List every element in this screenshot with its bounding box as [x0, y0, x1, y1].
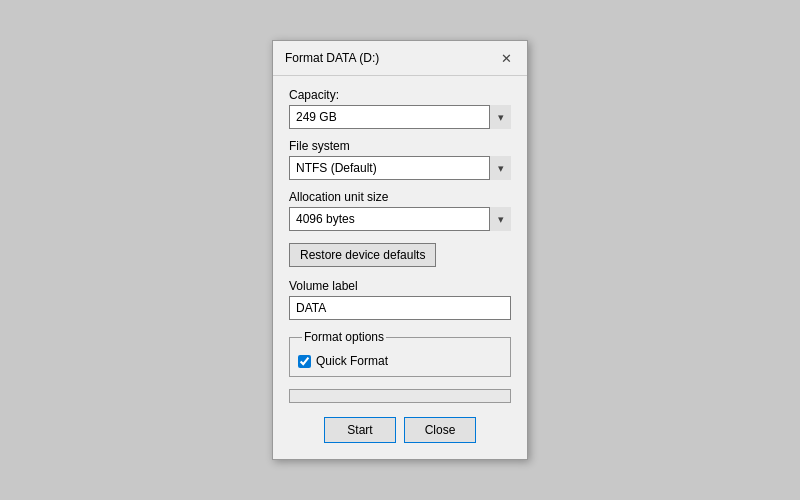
capacity-select-wrapper: 249 GB: [289, 105, 511, 129]
close-button[interactable]: Close: [404, 417, 476, 443]
format-options-group: Format options Quick Format: [289, 330, 511, 377]
close-icon-button[interactable]: ✕: [497, 49, 515, 67]
allocation-select[interactable]: 4096 bytes: [289, 207, 511, 231]
restore-defaults-button[interactable]: Restore device defaults: [289, 243, 436, 267]
title-bar: Format DATA (D:) ✕: [273, 41, 527, 76]
allocation-select-wrapper: 4096 bytes: [289, 207, 511, 231]
start-button[interactable]: Start: [324, 417, 396, 443]
quick-format-label[interactable]: Quick Format: [316, 354, 388, 368]
filesystem-select[interactable]: NTFS (Default): [289, 156, 511, 180]
filesystem-select-wrapper: NTFS (Default): [289, 156, 511, 180]
progress-bar-container: [289, 389, 511, 403]
filesystem-label: File system: [289, 139, 511, 153]
format-dialog: Format DATA (D:) ✕ Capacity: 249 GB File…: [272, 40, 528, 460]
quick-format-checkbox[interactable]: [298, 355, 311, 368]
dialog-body: Capacity: 249 GB File system NTFS (Defau…: [273, 76, 527, 459]
allocation-label: Allocation unit size: [289, 190, 511, 204]
format-options-legend: Format options: [302, 330, 386, 344]
close-icon: ✕: [501, 52, 512, 65]
volume-label-label: Volume label: [289, 279, 511, 293]
capacity-select[interactable]: 249 GB: [289, 105, 511, 129]
dialog-title: Format DATA (D:): [285, 51, 379, 65]
quick-format-row: Quick Format: [298, 354, 502, 368]
button-row: Start Close: [289, 417, 511, 447]
volume-label-input[interactable]: [289, 296, 511, 320]
capacity-label: Capacity:: [289, 88, 511, 102]
